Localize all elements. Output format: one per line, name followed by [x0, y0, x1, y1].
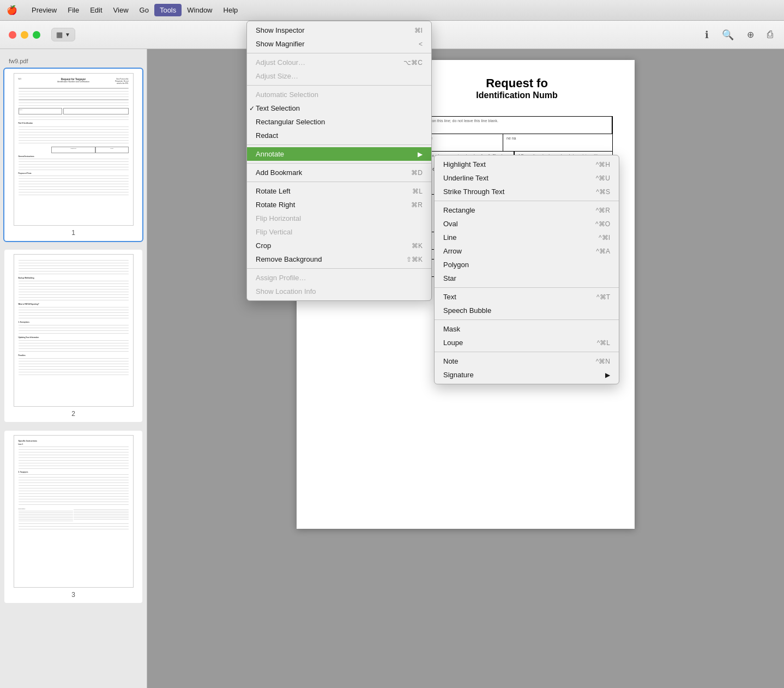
rectangle-shortcut: ^⌘R — [596, 207, 610, 214]
menu-add-bookmark[interactable]: Add Bookmark ⌘D — [247, 166, 431, 179]
menu-show-location-info: Show Location Info — [247, 285, 431, 298]
strike-through-label: Strike Through Text — [443, 188, 504, 196]
tools-menu[interactable]: Show Inspector ⌘I Show Magnifier < Adjus… — [246, 21, 432, 301]
zoom-out-icon[interactable]: 🔍 — [720, 27, 736, 43]
star-label: Star — [443, 274, 456, 282]
sidebar: fw9.pdf W-9 Request for Taxpayer Identif… — [0, 49, 147, 688]
submenu-loupe[interactable]: Loupe ^⌘L — [435, 336, 619, 349]
oval-label: Oval — [443, 220, 458, 228]
speech-bubble-label: Speech Bubble — [443, 306, 491, 315]
redact-label: Redact — [256, 131, 278, 140]
sidebar-toggle-chevron: ▼ — [65, 32, 70, 38]
zoom-in-icon[interactable]: ⊕ — [745, 27, 756, 42]
flip-vertical-label: Flip Vertical — [256, 228, 292, 236]
submenu-underline-text[interactable]: Underline Text ^⌘U — [435, 171, 619, 185]
oval-shortcut: ^⌘O — [595, 220, 610, 228]
share-icon[interactable]: ⎙ — [765, 27, 775, 43]
menu-go[interactable]: Go — [134, 4, 154, 16]
rotate-right-label: Rotate Right — [256, 201, 295, 209]
submenu-star[interactable]: Star — [435, 271, 619, 285]
assign-profile-label: Assign Profile… — [256, 274, 306, 282]
menu-crop[interactable]: Crop ⌘K — [247, 239, 431, 252]
menu-help[interactable]: Help — [218, 4, 244, 16]
adjust-size-label: Adjust Size… — [256, 72, 298, 80]
menu-flip-vertical: Flip Vertical — [247, 225, 431, 239]
sidebar-toggle-button[interactable]: ▦ ▼ — [51, 28, 75, 41]
menu-annotate[interactable]: Annotate ▶ — [247, 147, 431, 161]
pdf-subtitle: Identification Numb — [421, 90, 613, 100]
menu-text-selection[interactable]: Text Selection — [247, 101, 431, 115]
submenu-text[interactable]: Text ^⌘T — [435, 290, 619, 304]
pdf-main-title: Request fo — [421, 76, 613, 90]
submenu-polygon[interactable]: Polygon — [435, 258, 619, 271]
adjust-colour-shortcut: ⌥⌘C — [403, 59, 423, 67]
menu-file[interactable]: File — [62, 4, 85, 16]
show-magnifier-shortcut: < — [419, 40, 423, 48]
text-selection-label: Text Selection — [256, 104, 300, 112]
sep-1 — [247, 53, 431, 53]
rotate-right-shortcut: ⌘R — [411, 201, 423, 209]
show-inspector-shortcut: ⌘I — [414, 27, 423, 34]
menu-show-magnifier[interactable]: Show Magnifier < — [247, 37, 431, 51]
menu-rotate-right[interactable]: Rotate Right ⌘R — [247, 198, 431, 212]
sep-3 — [247, 144, 431, 145]
submenu-sep-4 — [435, 352, 619, 352]
annotate-submenu[interactable]: Highlight Text ^⌘H Underline Text ^⌘U St… — [434, 155, 619, 384]
submenu-oval[interactable]: Oval ^⌘O — [435, 217, 619, 231]
menu-flip-horizontal: Flip Horizontal — [247, 212, 431, 225]
menu-rectangular-selection[interactable]: Rectangular Selection — [247, 115, 431, 129]
submenu-sep-3 — [435, 319, 619, 320]
menu-rotate-left[interactable]: Rotate Left ⌘L — [247, 184, 431, 198]
menu-window[interactable]: Window — [182, 4, 218, 16]
info-icon[interactable]: ℹ — [703, 27, 711, 43]
thumbnail-page-3[interactable]: Specific Instructions Line 1 3. Taxpayer… — [4, 431, 142, 603]
thumbnail-1-number: 1 — [71, 229, 75, 237]
submenu-highlight-text[interactable]: Highlight Text ^⌘H — [435, 158, 619, 171]
submenu-signature[interactable]: Signature ▶ — [435, 368, 619, 382]
show-inspector-label: Show Inspector — [256, 26, 305, 34]
window-maximize-button[interactable] — [33, 31, 40, 39]
menu-edit[interactable]: Edit — [85, 4, 107, 16]
annotate-arrow-icon: ▶ — [418, 150, 423, 158]
remove-background-shortcut: ⇧⌘K — [406, 256, 423, 263]
menu-view[interactable]: View — [108, 4, 134, 16]
underline-text-shortcut: ^⌘U — [596, 174, 610, 182]
arrow-shortcut: ^⌘A — [596, 248, 610, 255]
sep-4 — [247, 163, 431, 164]
sep-6 — [247, 268, 431, 269]
thumbnail-page-2[interactable]: Backup Withholding What is FATCA Reporti… — [4, 250, 142, 422]
rectangular-selection-label: Rectangular Selection — [256, 118, 325, 126]
apple-logo-icon[interactable]: 🍎 — [7, 5, 17, 15]
thumbnail-3-image: Specific Instructions Line 1 3. Taxpayer… — [14, 435, 134, 588]
thumbnail-page-1[interactable]: W-9 Request for Taxpayer Identification … — [4, 69, 142, 241]
polygon-label: Polygon — [443, 261, 469, 269]
menu-remove-background[interactable]: Remove Background ⇧⌘K — [247, 252, 431, 266]
submenu-line[interactable]: Line ^⌘I — [435, 231, 619, 244]
window-minimize-button[interactable] — [21, 31, 28, 39]
submenu-speech-bubble[interactable]: Speech Bubble — [435, 304, 619, 317]
crop-label: Crop — [256, 242, 271, 250]
thumbnail-3-number: 3 — [71, 591, 75, 599]
menu-redact[interactable]: Redact — [247, 129, 431, 142]
menu-adjust-size: Adjust Size… — [247, 69, 431, 83]
submenu-rectangle[interactable]: Rectangle ^⌘R — [435, 203, 619, 217]
adjust-colour-label: Adjust Colour… — [256, 58, 305, 67]
submenu-arrow[interactable]: Arrow ^⌘A — [435, 244, 619, 258]
window-close-button[interactable] — [9, 31, 16, 39]
window-controls — [9, 31, 40, 39]
rotate-left-label: Rotate Left — [256, 187, 291, 195]
menu-show-inspector[interactable]: Show Inspector ⌘I — [247, 23, 431, 37]
submenu-note[interactable]: Note ^⌘N — [435, 354, 619, 368]
underline-text-label: Underline Text — [443, 174, 489, 182]
menu-tools[interactable]: Tools — [154, 4, 182, 16]
strike-through-shortcut: ^⌘S — [596, 188, 610, 196]
menu-adjust-colour: Adjust Colour… ⌥⌘C — [247, 56, 431, 69]
sidebar-toggle-icon: ▦ — [56, 31, 63, 39]
submenu-strike-through[interactable]: Strike Through Text ^⌘S — [435, 185, 619, 198]
remove-background-label: Remove Background — [256, 255, 322, 263]
crop-shortcut: ⌘K — [412, 242, 423, 250]
submenu-mask[interactable]: Mask — [435, 322, 619, 336]
add-bookmark-label: Add Bookmark — [256, 168, 302, 177]
menu-preview[interactable]: Preview — [26, 4, 62, 16]
note-shortcut: ^⌘N — [596, 358, 610, 365]
